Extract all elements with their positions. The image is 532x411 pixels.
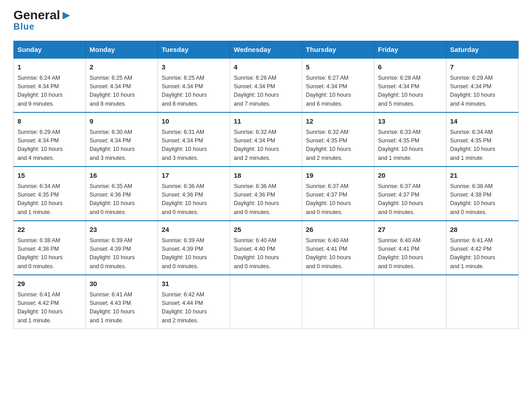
calendar-cell: 12Sunrise: 6:32 AMSunset: 4:35 PMDayligh… xyxy=(302,112,374,167)
day-info: Sunrise: 6:37 AMSunset: 4:37 PMDaylight:… xyxy=(378,182,442,217)
day-info: Sunrise: 6:36 AMSunset: 4:36 PMDaylight:… xyxy=(162,182,226,217)
col-header-tuesday: Tuesday xyxy=(158,41,230,59)
day-info: Sunrise: 6:32 AMSunset: 4:35 PMDaylight:… xyxy=(306,128,370,163)
logo: General► Blue xyxy=(13,9,73,32)
day-number: 23 xyxy=(90,225,154,235)
calendar-header-row: SundayMondayTuesdayWednesdayThursdayFrid… xyxy=(14,41,519,59)
week-row-3: 15Sunrise: 6:34 AMSunset: 4:35 PMDayligh… xyxy=(14,167,519,221)
calendar-cell: 18Sunrise: 6:36 AMSunset: 4:36 PMDayligh… xyxy=(230,167,302,221)
day-number: 20 xyxy=(378,171,442,181)
day-number: 18 xyxy=(234,171,298,181)
day-number: 3 xyxy=(162,62,226,73)
col-header-wednesday: Wednesday xyxy=(230,41,302,59)
day-info: Sunrise: 6:28 AMSunset: 4:34 PMDaylight:… xyxy=(378,74,442,109)
calendar-cell xyxy=(302,275,374,329)
day-number: 1 xyxy=(17,62,82,73)
calendar-cell: 25Sunrise: 6:40 AMSunset: 4:40 PMDayligh… xyxy=(230,221,302,275)
calendar-cell: 11Sunrise: 6:32 AMSunset: 4:34 PMDayligh… xyxy=(230,112,302,167)
calendar-cell: 2Sunrise: 6:25 AMSunset: 4:34 PMDaylight… xyxy=(86,58,158,112)
calendar-cell: 10Sunrise: 6:31 AMSunset: 4:34 PMDayligh… xyxy=(158,112,230,167)
calendar-cell: 13Sunrise: 6:33 AMSunset: 4:35 PMDayligh… xyxy=(374,112,446,167)
day-info: Sunrise: 6:32 AMSunset: 4:34 PMDaylight:… xyxy=(234,128,298,163)
calendar-cell: 23Sunrise: 6:39 AMSunset: 4:39 PMDayligh… xyxy=(86,221,158,275)
calendar-cell: 26Sunrise: 6:40 AMSunset: 4:41 PMDayligh… xyxy=(302,221,374,275)
logo-blue-text: Blue xyxy=(13,21,34,32)
day-number: 6 xyxy=(378,62,442,73)
day-info: Sunrise: 6:41 AMSunset: 4:42 PMDaylight:… xyxy=(17,291,82,325)
calendar-cell: 29Sunrise: 6:41 AMSunset: 4:42 PMDayligh… xyxy=(14,275,86,329)
day-info: Sunrise: 6:25 AMSunset: 4:34 PMDaylight:… xyxy=(162,74,226,109)
calendar-cell xyxy=(230,275,302,329)
day-number: 16 xyxy=(90,171,154,181)
page-header: General► Blue xyxy=(13,9,519,32)
col-header-friday: Friday xyxy=(374,41,446,59)
calendar-cell: 8Sunrise: 6:29 AMSunset: 4:34 PMDaylight… xyxy=(14,112,86,167)
day-info: Sunrise: 6:39 AMSunset: 4:39 PMDaylight:… xyxy=(90,236,154,271)
day-number: 30 xyxy=(90,279,154,289)
calendar-cell: 4Sunrise: 6:26 AMSunset: 4:34 PMDaylight… xyxy=(230,58,302,112)
day-number: 9 xyxy=(90,116,154,127)
day-info: Sunrise: 6:41 AMSunset: 4:42 PMDaylight:… xyxy=(450,236,515,271)
day-number: 2 xyxy=(90,62,154,73)
day-number: 26 xyxy=(306,225,370,235)
week-row-4: 22Sunrise: 6:38 AMSunset: 4:38 PMDayligh… xyxy=(14,221,519,275)
col-header-monday: Monday xyxy=(86,41,158,59)
calendar-cell: 22Sunrise: 6:38 AMSunset: 4:38 PMDayligh… xyxy=(14,221,86,275)
calendar-cell: 16Sunrise: 6:35 AMSunset: 4:36 PMDayligh… xyxy=(86,167,158,221)
day-info: Sunrise: 6:41 AMSunset: 4:43 PMDaylight:… xyxy=(90,291,154,325)
day-number: 7 xyxy=(450,62,515,73)
calendar-cell: 28Sunrise: 6:41 AMSunset: 4:42 PMDayligh… xyxy=(446,221,519,275)
day-number: 14 xyxy=(450,116,515,127)
day-number: 5 xyxy=(306,62,370,73)
day-info: Sunrise: 6:34 AMSunset: 4:35 PMDaylight:… xyxy=(450,128,515,163)
calendar-cell xyxy=(374,275,446,329)
day-number: 31 xyxy=(162,279,226,289)
day-number: 11 xyxy=(234,116,298,127)
calendar-cell: 9Sunrise: 6:30 AMSunset: 4:34 PMDaylight… xyxy=(86,112,158,167)
day-info: Sunrise: 6:40 AMSunset: 4:41 PMDaylight:… xyxy=(378,236,442,271)
col-header-sunday: Sunday xyxy=(14,41,86,59)
day-number: 21 xyxy=(450,171,515,181)
day-info: Sunrise: 6:25 AMSunset: 4:34 PMDaylight:… xyxy=(90,74,154,109)
calendar-cell: 15Sunrise: 6:34 AMSunset: 4:35 PMDayligh… xyxy=(14,167,86,221)
calendar-table: SundayMondayTuesdayWednesdayThursdayFrid… xyxy=(13,41,519,329)
day-info: Sunrise: 6:40 AMSunset: 4:41 PMDaylight:… xyxy=(306,236,370,271)
day-number: 12 xyxy=(306,116,370,127)
calendar-cell: 30Sunrise: 6:41 AMSunset: 4:43 PMDayligh… xyxy=(86,275,158,329)
day-number: 19 xyxy=(306,171,370,181)
day-info: Sunrise: 6:29 AMSunset: 4:34 PMDaylight:… xyxy=(17,128,82,163)
day-info: Sunrise: 6:38 AMSunset: 4:38 PMDaylight:… xyxy=(17,236,82,271)
calendar-cell: 5Sunrise: 6:27 AMSunset: 4:34 PMDaylight… xyxy=(302,58,374,112)
calendar-cell: 3Sunrise: 6:25 AMSunset: 4:34 PMDaylight… xyxy=(158,58,230,112)
calendar-cell: 24Sunrise: 6:39 AMSunset: 4:39 PMDayligh… xyxy=(158,221,230,275)
day-info: Sunrise: 6:42 AMSunset: 4:44 PMDaylight:… xyxy=(162,291,226,325)
col-header-saturday: Saturday xyxy=(446,41,519,59)
day-info: Sunrise: 6:36 AMSunset: 4:36 PMDaylight:… xyxy=(234,182,298,217)
calendar-cell: 21Sunrise: 6:38 AMSunset: 4:38 PMDayligh… xyxy=(446,167,519,221)
day-info: Sunrise: 6:26 AMSunset: 4:34 PMDaylight:… xyxy=(234,74,298,109)
day-number: 24 xyxy=(162,225,226,235)
calendar-cell: 19Sunrise: 6:37 AMSunset: 4:37 PMDayligh… xyxy=(302,167,374,221)
calendar-cell: 1Sunrise: 6:24 AMSunset: 4:34 PMDaylight… xyxy=(14,58,86,112)
day-number: 17 xyxy=(162,171,226,181)
day-info: Sunrise: 6:29 AMSunset: 4:34 PMDaylight:… xyxy=(450,74,515,109)
day-number: 8 xyxy=(17,116,82,127)
week-row-1: 1Sunrise: 6:24 AMSunset: 4:34 PMDaylight… xyxy=(14,58,519,112)
logo-general-text: General► xyxy=(13,9,73,21)
calendar-cell xyxy=(446,275,519,329)
day-info: Sunrise: 6:31 AMSunset: 4:34 PMDaylight:… xyxy=(162,128,226,163)
day-number: 4 xyxy=(234,62,298,73)
calendar-cell: 7Sunrise: 6:29 AMSunset: 4:34 PMDaylight… xyxy=(446,58,519,112)
calendar-cell: 20Sunrise: 6:37 AMSunset: 4:37 PMDayligh… xyxy=(374,167,446,221)
day-info: Sunrise: 6:38 AMSunset: 4:38 PMDaylight:… xyxy=(450,182,515,217)
day-info: Sunrise: 6:24 AMSunset: 4:34 PMDaylight:… xyxy=(17,74,82,109)
calendar-cell: 31Sunrise: 6:42 AMSunset: 4:44 PMDayligh… xyxy=(158,275,230,329)
day-number: 28 xyxy=(450,225,515,235)
day-info: Sunrise: 6:33 AMSunset: 4:35 PMDaylight:… xyxy=(378,128,442,163)
calendar-cell: 27Sunrise: 6:40 AMSunset: 4:41 PMDayligh… xyxy=(374,221,446,275)
day-info: Sunrise: 6:30 AMSunset: 4:34 PMDaylight:… xyxy=(90,128,154,163)
day-info: Sunrise: 6:40 AMSunset: 4:40 PMDaylight:… xyxy=(234,236,298,271)
col-header-thursday: Thursday xyxy=(302,41,374,59)
day-number: 25 xyxy=(234,225,298,235)
week-row-2: 8Sunrise: 6:29 AMSunset: 4:34 PMDaylight… xyxy=(14,112,519,167)
